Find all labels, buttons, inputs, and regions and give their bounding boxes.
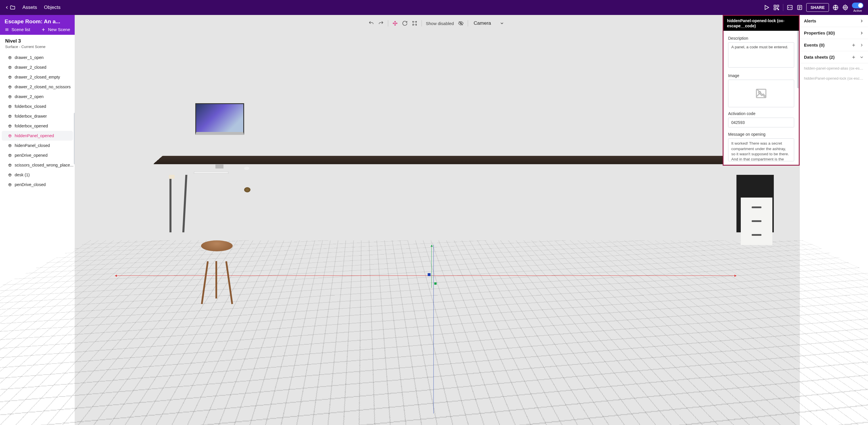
project-title: Escape Room: An a... — [5, 19, 70, 25]
scene-item[interactable]: folderbox_closed — [0, 102, 75, 111]
code-icon[interactable] — [787, 4, 793, 11]
events-section[interactable]: Events (0) — [800, 39, 868, 51]
scrollbar-thumb[interactable] — [797, 31, 799, 88]
scene-item-label: folderbox_opened — [14, 124, 48, 128]
scene-item-label: drawer_2_closed_no_scissors — [14, 85, 71, 89]
objects-tab[interactable]: Objects — [44, 5, 61, 10]
scene-item[interactable]: drawer_2_closed_no_scissors — [0, 82, 75, 92]
scene-item-label: drawer_2_closed — [14, 65, 46, 69]
alerts-section[interactable]: Alerts — [800, 15, 868, 27]
datasheets-section[interactable]: Data sheets (2) — [800, 51, 868, 63]
properties-section[interactable]: Properties (3D) — [800, 27, 868, 39]
plus-icon — [41, 27, 46, 32]
globe-icon[interactable] — [832, 4, 839, 11]
scene-item[interactable]: desk (1) — [0, 170, 75, 180]
svg-point-6 — [844, 7, 846, 8]
scene-item-label: hidenPanel_closed — [14, 143, 50, 148]
scene-item[interactable]: drawer_2_closed_empty — [0, 72, 75, 82]
alerts-label: Alerts — [804, 19, 816, 23]
scene-item-label: drawer_1_open — [14, 55, 44, 60]
canvas-area[interactable]: Show disabled Camera — [75, 15, 800, 425]
scene-subtitle: Surface - Current Scene — [5, 45, 69, 49]
cube-icon — [8, 124, 12, 128]
svg-rect-8 — [413, 21, 413, 22]
visibility-off-icon[interactable] — [458, 21, 464, 26]
scene-item-label: drawer_2_open — [14, 94, 44, 99]
svg-rect-10 — [413, 24, 413, 25]
plus-icon[interactable] — [851, 55, 856, 59]
list-icon — [5, 27, 9, 32]
redo-icon[interactable] — [378, 21, 384, 26]
back-folder[interactable] — [5, 5, 16, 10]
scene-item[interactable]: drawer_1_open — [0, 53, 75, 62]
scene-item[interactable]: folderbox_drawer — [0, 111, 75, 121]
canvas-toolbar: Show disabled Camera — [365, 19, 509, 28]
camera-label: Camera — [474, 21, 491, 26]
scene-item[interactable]: penDrive_opened — [0, 150, 75, 160]
chevron-down-icon — [500, 21, 504, 26]
message-input[interactable]: It worked! There was a secret compartmen… — [728, 138, 794, 161]
image-placeholder[interactable] — [728, 80, 794, 107]
move-tool-icon[interactable] — [392, 21, 398, 26]
datasheet-item[interactable]: hidden-panel-opened-alias (ox-escape_... — [800, 63, 868, 73]
cube-icon — [8, 134, 12, 138]
scale-tool-icon[interactable] — [412, 21, 417, 26]
rotate-tool-icon[interactable] — [402, 21, 408, 26]
plus-icon[interactable] — [851, 43, 856, 48]
cube-icon — [8, 85, 12, 89]
image-icon — [755, 87, 768, 100]
svg-rect-9 — [416, 21, 417, 22]
scene-item[interactable]: hiddenPanel_opened — [2, 131, 73, 141]
play-icon[interactable] — [764, 4, 770, 11]
scene-list-button[interactable]: Scene list — [5, 27, 30, 32]
properties-label: Properties (3D) — [804, 30, 835, 35]
description-input[interactable] — [728, 42, 794, 67]
scene-item-label: folderbox_closed — [14, 104, 46, 109]
scene-item[interactable]: drawer_2_open — [0, 92, 75, 102]
image-label: Image — [728, 73, 794, 78]
folder-icon — [10, 5, 16, 10]
scene-item[interactable]: penDrive_closed — [0, 180, 75, 190]
cube-icon — [8, 105, 12, 108]
show-disabled-label: Show disabled — [426, 21, 454, 26]
share-button[interactable]: SHARE — [806, 3, 829, 12]
message-label: Message on opening — [728, 132, 794, 137]
svg-rect-1 — [777, 5, 779, 7]
scene-item-label: drawer_2_closed_empty — [14, 75, 60, 79]
undo-icon[interactable] — [368, 21, 374, 26]
assets-tab[interactable]: Assets — [22, 5, 37, 10]
camera-dropdown[interactable]: Camera — [472, 21, 506, 26]
qr-icon[interactable] — [773, 4, 779, 11]
svg-rect-2 — [774, 8, 776, 10]
datasheets-label: Data sheets (2) — [804, 55, 835, 59]
scene-item[interactable]: drawer_2_closed — [0, 62, 75, 72]
svg-rect-11 — [416, 24, 417, 25]
cube-icon — [8, 56, 12, 59]
scene-item[interactable]: hidenPanel_closed — [0, 141, 75, 150]
cube-icon — [8, 144, 12, 147]
new-scene-button[interactable]: New Scene — [41, 27, 70, 32]
notes-icon[interactable] — [797, 4, 803, 11]
cube-icon — [8, 114, 12, 118]
cube-icon — [8, 95, 12, 98]
active-toggle[interactable] — [852, 3, 863, 8]
scene-item-label: penDrive_closed — [14, 182, 46, 187]
gear-icon[interactable] — [842, 4, 848, 11]
scene-item-label: desk (1) — [14, 173, 30, 177]
scene-item-label: hiddenPanel_opened — [14, 134, 54, 138]
cube-icon — [8, 163, 12, 167]
new-scene-label: New Scene — [48, 27, 70, 32]
svg-rect-0 — [774, 5, 776, 7]
chevron-left-icon — [5, 5, 9, 10]
chevron-right-icon — [859, 31, 864, 35]
chevron-right-icon — [859, 19, 864, 23]
cube-icon — [8, 173, 12, 177]
cube-icon — [8, 153, 12, 157]
activation-input[interactable] — [728, 118, 794, 128]
datasheet-item[interactable]: hiddenPanel-opened-lock (ox-escape__... — [800, 73, 868, 83]
active-toggle-label: Active — [854, 9, 862, 12]
scene-item[interactable]: folderbox_opened — [0, 121, 75, 131]
scene-item[interactable]: scissors_closed_wrong_place... — [0, 160, 75, 170]
activation-label: Activation code — [728, 111, 794, 116]
data-panel-header: hiddenPanel-opened-lock (ox-escape__code… — [723, 16, 799, 31]
